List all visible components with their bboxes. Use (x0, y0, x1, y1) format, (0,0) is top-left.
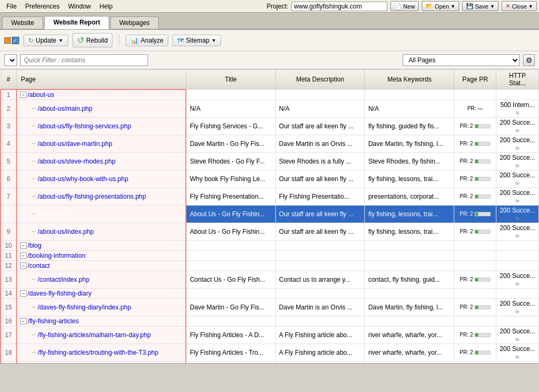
table-row[interactable]: 18 ─/fly-fishing-articles/trouting-with-… (1, 344, 539, 361)
analyze-button[interactable]: 📊 Analyze (126, 35, 168, 46)
page-link[interactable]: /daves-fly-fishing-diary/index.php (38, 304, 131, 311)
filter-type-dropdown[interactable] (4, 54, 17, 66)
table-row[interactable]: 15 ─/daves-fly-fishing-diary/index.phpDa… (1, 298, 539, 316)
row-meta-kw: contact, fly fishing, guid... (365, 271, 454, 288)
row-page[interactable]: −/blog (17, 240, 186, 250)
row-page-pr: PR: 2 (454, 326, 496, 344)
menu-window[interactable]: Window (64, 2, 95, 11)
filter-settings-button[interactable]: ⚙ (523, 54, 535, 66)
page-link[interactable]: /fly-fishing-articles/malham-tarn-day.ph… (38, 331, 151, 339)
page-link[interactable]: /about-us/fly-fishing-services.php (38, 123, 131, 130)
tree-expand-icon[interactable]: − (20, 290, 27, 297)
row-page[interactable]: ─/about-us/ (17, 205, 186, 223)
col-header-http-status[interactable]: HTTP Stat... (496, 70, 538, 89)
menu-help[interactable]: Help (95, 2, 117, 11)
table-row[interactable]: 13 ─/contact/index.phpContact Us - Go Fl… (1, 271, 539, 288)
table-row[interactable]: 2 ─/about-us/main.phpN/AN/AN/APR: —500 I… (1, 100, 539, 117)
page-link[interactable]: /about-us/fly-fishing-presentations.php (38, 193, 146, 200)
table-row[interactable]: 17 ─/fly-fishing-articles/malham-tarn-da… (1, 326, 539, 344)
row-page[interactable]: −/about-us (17, 89, 186, 100)
page-link[interactable]: /about-us/dave-martin.php (38, 140, 112, 148)
row-page[interactable]: −/daves-fly-fishing-diary (17, 288, 186, 298)
table-row[interactable]: 5 ─/about-us/steve-rhodes.phpSteve Rhode… (1, 152, 539, 170)
tree-expand-icon[interactable]: − (20, 92, 27, 98)
pr-bar (475, 351, 478, 354)
quick-filter-input[interactable] (20, 54, 148, 66)
tree-expand-icon[interactable]: − (20, 318, 27, 324)
tree-expand-icon[interactable]: − (20, 242, 27, 249)
tab-webpages[interactable]: Webpages (110, 17, 159, 29)
page-link[interactable]: /contact (28, 262, 50, 270)
row-title (186, 288, 275, 298)
rebuild-button[interactable]: ↺ Rebuild (72, 33, 113, 47)
table-row[interactable]: 9 ─/about-us/index.phpAbout Us - Go Fly … (1, 223, 539, 240)
col-header-meta-desc[interactable]: Meta Description (275, 70, 365, 89)
row-page[interactable]: −/contact (17, 260, 186, 271)
open-button[interactable]: 📂 Open ▼ (422, 1, 459, 11)
table-row[interactable]: 1−/about-us (1, 89, 539, 100)
page-link[interactable]: /about-us/why-book-with-us.php (38, 175, 128, 183)
tree-expand-icon[interactable]: − (20, 263, 27, 269)
new-icon: 📄 (394, 3, 402, 10)
row-page[interactable]: ─/about-us/fly-fishing-services.php (17, 117, 186, 135)
update-button[interactable]: ↻ Update ▼ (23, 35, 68, 46)
pages-filter-dropdown[interactable]: All Pages (403, 54, 520, 66)
col-header-title[interactable]: Title (186, 70, 275, 89)
sitemap-button[interactable]: 🗺 Sitemap ▼ (173, 35, 221, 46)
new-button[interactable]: 📄 New (390, 1, 419, 11)
table-row[interactable]: 6 ─/about-us/why-book-with-us.phpWhy boo… (1, 170, 539, 187)
table-row[interactable]: 4 ─/about-us/dave-martin.phpDave Martin … (1, 135, 539, 152)
row-title: About Us - Go Fly Fishin... (186, 205, 275, 223)
page-link[interactable]: /about-us/ (38, 210, 66, 218)
row-page[interactable]: ─/daves-fly-fishing-diary/index.php (17, 298, 186, 316)
page-link[interactable]: /blog (28, 242, 42, 249)
page-link[interactable]: /about-us/steve-rhodes.php (38, 158, 116, 165)
close-dropdown-arrow: ▼ (528, 4, 533, 9)
page-link[interactable]: /booking-information (28, 252, 86, 259)
menu-file[interactable]: File (2, 2, 21, 11)
row-page-pr: PR: — (454, 100, 496, 117)
close-button[interactable]: ✕ Close ▼ (502, 1, 537, 11)
row-page[interactable]: ─/about-us/main.php (17, 100, 186, 117)
table-row[interactable]: 11−/booking-information (1, 250, 539, 260)
table-row[interactable]: 16−/fly-fishing-articles (1, 316, 539, 326)
row-page[interactable]: ─/fly-fishing-articles/trouting-with-the… (17, 344, 186, 361)
row-page[interactable]: ─/fly-fishing-articles/malham-tarn-day.p… (17, 326, 186, 344)
row-page[interactable]: ─/about-us/steve-rhodes.php (17, 152, 186, 170)
status-bar (0, 363, 539, 375)
row-page[interactable]: ─/about-us/why-book-with-us.php (17, 170, 186, 187)
table-row[interactable]: 8 ─/about-us/About Us - Go Fly Fishin...… (1, 205, 539, 223)
row-page[interactable]: ─/about-us/dave-martin.php (17, 135, 186, 152)
menu-preferences[interactable]: Preferences (21, 2, 64, 11)
row-page[interactable]: ─/about-us/index.php (17, 223, 186, 240)
row-meta-desc: Our staff are all keen fly ... (275, 117, 365, 135)
table-row[interactable]: 14−/daves-fly-fishing-diary (1, 288, 539, 298)
row-page[interactable]: −/fly-fishing-articles (17, 316, 186, 326)
row-page[interactable]: ─/about-us/fly-fishing-presentations.php (17, 187, 186, 205)
table-row[interactable]: 10−/blog (1, 240, 539, 250)
col-header-meta-kw[interactable]: Meta Keywords (365, 70, 454, 89)
page-link[interactable]: /daves-fly-fishing-diary (28, 290, 92, 297)
save-button[interactable]: 💾 Save ▼ (462, 1, 499, 11)
table-row[interactable]: 12−/contact (1, 260, 539, 271)
pr-label: PR: 2 (460, 193, 473, 199)
table-row[interactable]: 3 ─/about-us/fly-fishing-services.phpFly… (1, 117, 539, 135)
tab-website[interactable]: Website (2, 17, 43, 29)
tab-website-report[interactable]: Website Report (44, 16, 109, 29)
row-page[interactable]: ─/contact/index.php (17, 271, 186, 288)
table-row[interactable]: 7 ─/about-us/fly-fishing-presentations.p… (1, 187, 539, 205)
col-header-page[interactable]: Page (17, 70, 186, 89)
project-url-input[interactable] (291, 2, 387, 11)
row-http-status: 500 Intern...N (496, 100, 538, 117)
row-meta-kw: river wharfe, wharfe, yor... (365, 344, 454, 361)
col-header-page-pr[interactable]: Page PR (454, 70, 496, 89)
page-link[interactable]: /fly-fishing-articles (28, 317, 79, 325)
tree-expand-icon[interactable]: − (20, 252, 27, 259)
row-page[interactable]: −/booking-information (17, 250, 186, 260)
page-link[interactable]: /fly-fishing-articles/trouting-with-the-… (38, 349, 159, 356)
tree-line: ─ (32, 276, 36, 282)
page-link[interactable]: /about-us/index.php (38, 228, 94, 235)
page-link[interactable]: /contact/index.php (38, 276, 89, 283)
page-link[interactable]: /about-us/main.php (38, 105, 93, 112)
page-link[interactable]: /about-us (28, 91, 54, 99)
